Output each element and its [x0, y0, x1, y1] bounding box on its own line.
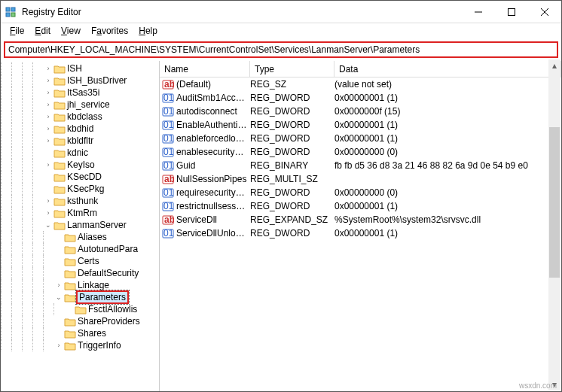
- folder-icon: [53, 123, 66, 134]
- value-type: REG_DWORD: [250, 228, 334, 239]
- tree-item-autotunedpara[interactable]: AutotunedPara: [1, 243, 159, 255]
- tree-item-ish[interactable]: ›ISH: [1, 62, 159, 74]
- scrollbar-vertical[interactable]: ▴ ▾: [548, 59, 560, 390]
- tree-item-shares[interactable]: Shares: [1, 327, 159, 339]
- tree-item-kbdhid[interactable]: ›kbdhid: [1, 123, 159, 135]
- value-data: 0x00000001 (1): [334, 93, 561, 103]
- svg-text:ab: ab: [164, 174, 174, 184]
- svg-rect-2: [6, 13, 10, 17]
- expand-chevron-icon[interactable]: ›: [43, 137, 53, 144]
- value-row[interactable]: 011EnableAuthentic...REG_DWORD0x00000001…: [160, 118, 561, 132]
- tree-item-ksecdd[interactable]: KSecDD: [1, 171, 159, 183]
- string-icon: ab: [160, 214, 176, 226]
- expand-chevron-icon[interactable]: ›: [43, 197, 53, 205]
- menu-favorites[interactable]: Favorites: [87, 25, 133, 37]
- minimize-button[interactable]: [462, 1, 495, 23]
- expand-chevron-icon[interactable]: ⌄: [53, 293, 64, 301]
- tree-label: KSecPkg: [66, 184, 105, 194]
- tree-item-parameters[interactable]: ⌄Parameters: [1, 291, 159, 303]
- value-row[interactable]: 011AuditSmb1AccessREG_DWORD0x00000001 (1…: [160, 91, 561, 105]
- tree-pane[interactable]: ›ISH›ISH_BusDriver›ItSas35i›jhi_service›…: [1, 61, 160, 391]
- tree-item-ksthunk[interactable]: ›ksthunk: [1, 195, 159, 207]
- tree-label: ISH: [66, 63, 84, 74]
- menu-help[interactable]: Help: [134, 25, 162, 37]
- value-data: fb fb d5 36 d8 3a 21 46 88 82 6a 9d 0e 5…: [334, 160, 561, 171]
- tree-item-kbldfltr[interactable]: ›kbldfltr: [1, 135, 159, 147]
- folder-icon: [53, 208, 66, 218]
- address-text: Computer\HKEY_LOCAL_MACHINE\SYSTEM\Curre…: [8, 44, 420, 55]
- value-row[interactable]: 011enablesecuritysi...REG_DWORD0x0000000…: [160, 145, 561, 159]
- tree-item-linkage[interactable]: ›Linkage: [1, 279, 159, 291]
- tree-label: jhi_service: [66, 99, 111, 110]
- expand-chevron-icon[interactable]: ›: [43, 101, 53, 108]
- value-row[interactable]: 011enableforcedlog...REG_DWORD0x00000001…: [160, 132, 561, 145]
- value-type: REG_DWORD: [250, 187, 334, 198]
- tree-item-defaultsecurity[interactable]: DefaultSecurity: [1, 267, 159, 279]
- value-data: 0x0000000f (15): [334, 106, 561, 117]
- column-headers[interactable]: Name Type Data: [160, 61, 561, 77]
- tree-item-itsas35i[interactable]: ›ItSas35i: [1, 87, 159, 99]
- value-type: REG_DWORD: [250, 120, 334, 130]
- tree-item-ish_busdriver[interactable]: ›ISH_BusDriver: [1, 74, 159, 87]
- expand-chevron-icon[interactable]: ›: [53, 281, 64, 289]
- tree-item-certs[interactable]: Certs: [1, 255, 159, 267]
- tree-item-ktmrm[interactable]: ›KtmRm: [1, 207, 159, 219]
- value-row[interactable]: 011ServiceDllUnloa...REG_DWORD0x00000001…: [160, 226, 561, 240]
- tree-label: AutotunedPara: [76, 244, 139, 254]
- value-row[interactable]: 011requiresecuritysi...REG_DWORD0x000000…: [160, 186, 561, 199]
- expand-chevron-icon[interactable]: ⌄: [43, 221, 53, 229]
- title-bar: Registry Editor: [1, 1, 561, 23]
- svg-rect-1: [11, 8, 15, 11]
- tree-item-keyiso[interactable]: ›KeyIso: [1, 159, 159, 171]
- maximize-button[interactable]: [495, 1, 528, 23]
- tree-item-jhi_service[interactable]: ›jhi_service: [1, 99, 159, 111]
- watermark: wsxdn.com: [519, 381, 557, 390]
- tree-item-kbdclass[interactable]: ›kbdclass: [1, 111, 159, 123]
- expand-chevron-icon[interactable]: ›: [43, 89, 53, 96]
- folder-icon: [53, 99, 66, 110]
- tree-item-shareproviders[interactable]: ShareProviders: [1, 315, 159, 327]
- expand-chevron-icon[interactable]: ›: [43, 125, 53, 132]
- tree-item-kdnic[interactable]: kdnic: [1, 147, 159, 159]
- value-row[interactable]: ab(Default)REG_SZ(value not set): [160, 77, 561, 91]
- value-row[interactable]: 011GuidREG_BINARYfb fb d5 36 d8 3a 21 46…: [160, 159, 561, 172]
- menu-view[interactable]: View: [57, 25, 85, 37]
- scroll-up-icon[interactable]: ▴: [548, 59, 560, 71]
- address-bar[interactable]: Computer\HKEY_LOCAL_MACHINE\SYSTEM\Curre…: [4, 41, 558, 58]
- col-type[interactable]: Type: [250, 61, 334, 77]
- expand-chevron-icon[interactable]: ›: [53, 342, 64, 349]
- binary-icon: 011: [160, 146, 176, 158]
- expand-chevron-icon[interactable]: ›: [43, 113, 53, 120]
- value-type: REG_MULTI_SZ: [250, 174, 334, 184]
- value-name: requiresecuritysi...: [176, 187, 250, 198]
- folder-icon: [53, 196, 66, 206]
- menu-file[interactable]: File: [5, 25, 29, 37]
- binary-icon: 011: [160, 227, 176, 239]
- col-name[interactable]: Name: [160, 61, 250, 77]
- tree-item-triggerinfo[interactable]: ›TriggerInfo: [1, 339, 159, 351]
- tree-label: kbdhid: [66, 123, 95, 134]
- tree-item-lanmanserver[interactable]: ⌄LanmanServer: [1, 219, 159, 231]
- value-row[interactable]: abNullSessionPipesREG_MULTI_SZ: [160, 172, 561, 186]
- tree-item-ksecpkg[interactable]: KSecPkg: [1, 183, 159, 195]
- content-area: ›ISH›ISH_BusDriver›ItSas35i›jhi_service›…: [1, 61, 561, 391]
- expand-chevron-icon[interactable]: ›: [43, 209, 53, 217]
- value-row[interactable]: 011restrictnullsessa...REG_DWORD0x000000…: [160, 199, 561, 213]
- col-data[interactable]: Data: [334, 61, 561, 77]
- scroll-thumb[interactable]: [549, 127, 560, 278]
- expand-chevron-icon[interactable]: ›: [43, 77, 53, 84]
- binary-icon: 011: [160, 132, 176, 144]
- svg-rect-5: [509, 8, 515, 15]
- value-data: 0x00000000 (0): [334, 187, 561, 198]
- menu-edit[interactable]: Edit: [30, 25, 55, 37]
- tree-item-fsctlallowlis[interactable]: FsctlAllowlis: [1, 303, 159, 315]
- value-row[interactable]: abServiceDllREG_EXPAND_SZ%SystemRoot%\sy…: [160, 213, 561, 226]
- folder-icon: [53, 160, 66, 170]
- expand-chevron-icon[interactable]: ›: [43, 161, 53, 169]
- expand-chevron-icon[interactable]: ›: [43, 65, 53, 72]
- value-name: (Default): [176, 79, 250, 90]
- value-row[interactable]: 011autodisconnectREG_DWORD0x0000000f (15…: [160, 105, 561, 118]
- close-button[interactable]: [528, 1, 561, 23]
- folder-icon: [53, 75, 66, 86]
- tree-item-aliases[interactable]: Aliases: [1, 231, 159, 243]
